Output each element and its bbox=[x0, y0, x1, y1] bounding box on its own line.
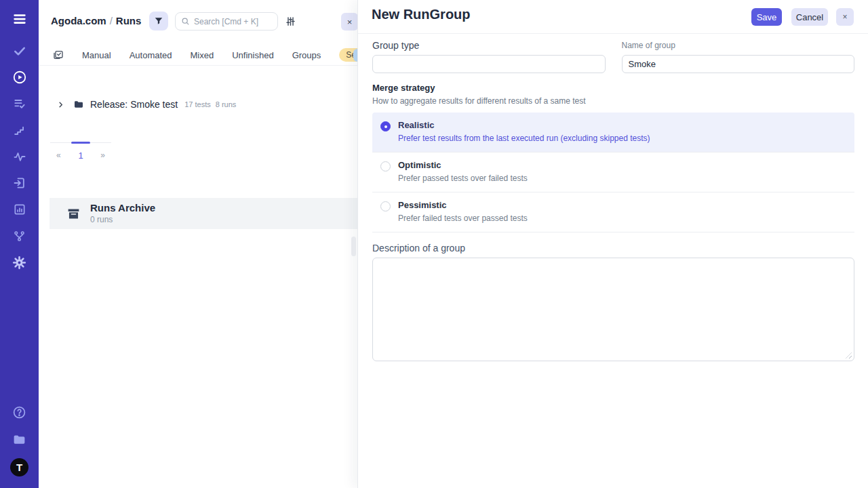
tests-count: 17 tests bbox=[184, 100, 211, 108]
list-check-icon[interactable] bbox=[12, 96, 28, 112]
pagination-page-1[interactable]: 1 bbox=[78, 150, 83, 161]
description-label: Description of a group bbox=[372, 243, 854, 253]
adjustments-icon[interactable] bbox=[285, 16, 296, 27]
runs-count: 8 runs bbox=[216, 100, 237, 108]
funnel-icon bbox=[154, 16, 163, 26]
option-pessimistic[interactable]: Pessimistic Prefer failed tests over pas… bbox=[372, 192, 854, 232]
branch-icon[interactable] bbox=[12, 228, 28, 244]
description-wrap bbox=[372, 258, 854, 361]
merge-strategy-label: Merge strategy bbox=[372, 83, 854, 93]
radio-realistic[interactable] bbox=[380, 121, 391, 131]
chevron-right-icon[interactable] bbox=[57, 101, 64, 108]
tab-automated[interactable]: Automated bbox=[130, 50, 172, 60]
page-title: New RunGroup bbox=[372, 7, 471, 22]
cancel-button[interactable]: Cancel bbox=[791, 8, 828, 26]
close-filters-button[interactable]: × bbox=[341, 13, 358, 30]
radio-pessimistic[interactable] bbox=[380, 201, 391, 211]
breadcrumb-page[interactable]: Runs bbox=[116, 15, 142, 26]
panel-header: New RunGroup Save Cancel × bbox=[358, 0, 868, 34]
menu-icon[interactable] bbox=[10, 9, 29, 28]
save-button[interactable]: Save bbox=[751, 8, 782, 26]
search-box bbox=[175, 12, 278, 30]
option-description: Prefer failed tests over passed tests bbox=[398, 214, 528, 223]
name-of-group-label: Name of group bbox=[622, 41, 855, 50]
stairs-icon[interactable] bbox=[12, 122, 28, 138]
close-panel-button[interactable]: × bbox=[836, 8, 854, 26]
tab-manual[interactable]: Manual bbox=[82, 50, 111, 60]
select-all-icon[interactable] bbox=[53, 49, 64, 60]
pagination: « 1 » bbox=[50, 142, 111, 161]
breadcrumb-separator: / bbox=[106, 15, 116, 26]
option-title: Pessimistic bbox=[398, 200, 528, 210]
archive-subtitle: 0 runs bbox=[90, 215, 155, 224]
sidebar-top-icons bbox=[10, 9, 29, 270]
option-title: Optimistic bbox=[398, 160, 528, 170]
gear-icon[interactable] bbox=[12, 254, 28, 270]
filter-button[interactable] bbox=[149, 12, 168, 30]
runs-archive-row[interactable]: Runs Archive 0 runs bbox=[50, 198, 357, 229]
run-group-row[interactable]: Release: Smoke test 17 tests 8 runs bbox=[39, 98, 236, 111]
archive-title: Runs Archive bbox=[90, 203, 155, 214]
app-window: T Agoda.com/Runs × Manual Aut bbox=[0, 0, 868, 488]
archive-box-icon bbox=[66, 207, 81, 221]
option-description: Prefer test results from the last execut… bbox=[398, 134, 650, 143]
app-logo[interactable]: T bbox=[10, 458, 28, 476]
radio-optimistic[interactable] bbox=[380, 161, 391, 171]
option-optimistic[interactable]: Optimistic Prefer passed tests over fail… bbox=[372, 152, 854, 192]
search-input[interactable] bbox=[194, 17, 272, 26]
tab-mixed[interactable]: Mixed bbox=[191, 50, 214, 60]
header-buttons: Save Cancel × bbox=[751, 8, 854, 26]
bar-chart-icon[interactable] bbox=[12, 201, 28, 218]
runs-list-panel: Agoda.com/Runs × Manual Automated Mixed … bbox=[39, 0, 357, 488]
run-group-title[interactable]: Release: Smoke test bbox=[90, 99, 178, 110]
tab-groups[interactable]: Groups bbox=[292, 50, 321, 60]
folder-icon[interactable] bbox=[12, 431, 28, 447]
pagination-prev[interactable]: « bbox=[56, 150, 61, 161]
pagination-next[interactable]: » bbox=[100, 150, 105, 161]
breadcrumb: Agoda.com/Runs bbox=[51, 15, 141, 26]
help-icon[interactable] bbox=[12, 404, 28, 420]
main-sidebar: T bbox=[0, 0, 39, 488]
description-textarea[interactable] bbox=[372, 258, 854, 361]
breadcrumb-project[interactable]: Agoda.com bbox=[51, 15, 106, 26]
check-icon[interactable] bbox=[12, 43, 28, 59]
search-icon bbox=[181, 17, 190, 26]
tab-unfinished[interactable]: Unfinished bbox=[232, 50, 273, 60]
folder-icon bbox=[73, 99, 84, 110]
group-type-input[interactable] bbox=[372, 55, 606, 73]
play-circle-icon[interactable] bbox=[12, 69, 28, 85]
option-description: Prefer passed tests over failed tests bbox=[398, 174, 528, 183]
merge-strategy-hint: How to aggregate results for different r… bbox=[372, 96, 854, 106]
sidebar-bottom-icons: T bbox=[10, 404, 28, 476]
group-type-field: Group type bbox=[372, 40, 606, 73]
login-icon[interactable] bbox=[12, 175, 28, 191]
option-title: Realistic bbox=[398, 120, 650, 130]
active-page-indicator bbox=[71, 142, 90, 144]
option-realistic[interactable]: Realistic Prefer test results from the l… bbox=[372, 113, 854, 152]
panel-resize-handle[interactable] bbox=[351, 237, 356, 256]
merge-strategy-options: Realistic Prefer test results from the l… bbox=[372, 113, 854, 232]
new-rungroup-panel: New RunGroup Save Cancel × Group type Na… bbox=[357, 0, 868, 488]
rungroup-form: Group type Name of group Merge strategy … bbox=[372, 34, 854, 361]
group-type-label: Group type bbox=[372, 40, 606, 51]
activity-icon[interactable] bbox=[12, 148, 28, 165]
name-of-group-field: Name of group bbox=[622, 40, 855, 73]
name-of-group-input[interactable] bbox=[622, 55, 855, 73]
filter-tabs-row: Manual Automated Mixed Unfinished Groups… bbox=[39, 45, 357, 66]
